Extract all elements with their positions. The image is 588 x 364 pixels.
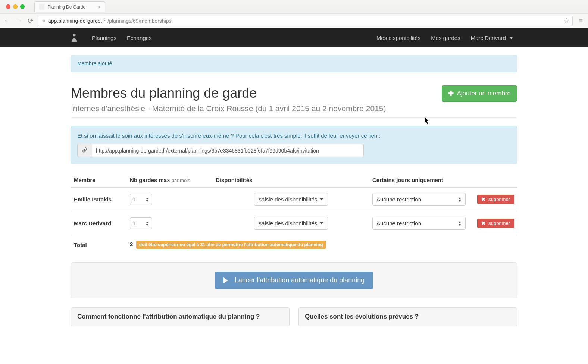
favicon-icon [39,4,44,10]
invite-link-group [77,144,364,157]
hamburger-icon[interactable]: ≡ [576,17,585,25]
th-disponibilites: Disponibilités [213,173,369,187]
close-icon: ✖ [481,197,485,202]
flash-text: Membre ajouté [77,60,112,66]
restriction-value: Aucune restriction [376,220,421,226]
chevron-down-icon [320,198,323,200]
tab-close-icon[interactable]: × [97,4,100,10]
total-value: 2 [130,241,133,247]
add-member-button[interactable]: ✚ Ajouter un membre [442,85,517,102]
nav-disponibilites[interactable]: Mes disponibilités [371,35,426,41]
reload-button[interactable]: ⟳ [27,17,34,25]
disponibilites-dropdown[interactable]: saisie des disponibilités [254,193,328,206]
table-row: Marc Derivard1▲▼saisie des disponibilité… [71,211,517,235]
delete-label: supprimer [488,220,510,226]
member-name: Emilie Patakis [71,187,127,211]
panel-how-heading: Comment fonctionne l'attribution automat… [71,308,289,326]
th-member: Membre [71,173,127,187]
disponibilites-label: saisie des disponibilités [259,220,318,226]
disponibilites-label: saisie des disponibilités [259,196,318,203]
forward-button[interactable]: → [15,17,23,25]
panel-how-it-works: Comment fonctionne l'attribution automat… [71,307,290,326]
tab-title: Planning De Garde [47,4,85,10]
nav-user-name: Marc Derivard [471,35,506,41]
page-icon: 🗎 [41,18,46,23]
max-gardes-stepper[interactable]: 1▲▼ [130,217,152,229]
tab-bar: Planning De Garde × [0,0,588,13]
max-gardes-value: 1 [133,196,136,203]
chevron-down-icon [320,222,323,224]
delete-label: supprimer [488,197,510,202]
nav-gardes[interactable]: Mes gardes [426,35,465,41]
total-warning-badge: doit être supérieur ou égal à 31 afin de… [136,241,326,249]
panel-roadmap: Quelles sont les évolutions prévues ? [298,307,517,326]
back-button[interactable]: ← [3,17,11,25]
delete-member-button[interactable]: ✖ supprimer [477,195,514,204]
url-field[interactable]: 🗎 app.planning-de-garde.fr/plannings/69/… [38,16,573,26]
link-icon [77,144,92,157]
brand-icon[interactable] [70,33,78,43]
nav-user-menu[interactable]: Marc Derivard [466,35,518,41]
plus-icon: ✚ [448,90,454,98]
total-label: Total [71,235,127,260]
nav-echanges[interactable]: Echanges [122,35,157,41]
browser-tab[interactable]: Planning De Garde × [34,1,105,12]
svg-point-0 [73,34,75,36]
play-icon [223,277,228,283]
invite-text: Et si on laissait le soin aux intéressés… [77,132,511,139]
members-table: Membre Nb gardes max par mois Disponibil… [71,173,517,259]
page-title: Membres du planning de garde [71,85,442,101]
launch-auto-assign-button[interactable]: Lancer l'attribution automatique du plan… [215,272,373,289]
invite-panel: Et si on laissait le soin aux intéressés… [71,126,517,164]
disponibilites-dropdown[interactable]: saisie des disponibilités [254,217,328,230]
flash-message: Membre ajouté [71,55,517,72]
restriction-select[interactable]: Aucune restriction▲▼ [372,193,466,206]
browser-chrome: Planning De Garde × ← → ⟳ 🗎 app.planning… [0,0,588,28]
member-name: Marc Derivard [71,211,127,235]
page-header: Membres du planning de garde Internes d'… [71,85,517,118]
th-restrictions: Certains jours uniquement [369,173,474,187]
close-icon: ✖ [481,220,485,226]
nav-plannings[interactable]: Plannings [87,35,122,41]
stepper-arrows-icon: ▲▼ [146,197,149,203]
panel-roadmap-heading: Quelles sont les évolutions prévues ? [299,308,517,326]
delete-member-button[interactable]: ✖ supprimer [477,219,514,228]
url-path: /plannings/69/memberships [107,18,171,24]
th-max-gardes: Nb gardes max par mois [127,173,213,187]
bookmark-icon[interactable]: ☆ [564,17,569,25]
app-navbar: Plannings Echanges Mes disponibilités Me… [0,28,588,47]
page-subtitle: Internes d'anesthésie - Maternité de la … [71,104,442,113]
restriction-select[interactable]: Aucune restriction▲▼ [372,217,466,230]
invite-link-input[interactable] [92,144,364,157]
url-host: app.planning-de-garde.fr [48,18,105,24]
info-panels: Comment fonctionne l'attribution automat… [71,307,517,326]
select-arrows-icon: ▲▼ [458,197,462,203]
select-arrows-icon: ▲▼ [458,220,462,226]
window-controls [3,4,28,9]
window-zoom-button[interactable] [20,4,25,9]
restriction-value: Aucune restriction [376,196,421,203]
launch-button-label: Lancer l'attribution automatique du plan… [235,276,365,284]
address-bar: ← → ⟳ 🗎 app.planning-de-garde.fr/plannin… [0,13,588,28]
window-minimize-button[interactable] [13,4,18,9]
add-member-label: Ajouter un membre [457,90,511,97]
max-gardes-value: 1 [133,220,136,226]
window-close-button[interactable] [6,4,10,9]
stepper-arrows-icon: ▲▼ [146,220,149,226]
max-gardes-stepper[interactable]: 1▲▼ [130,194,152,205]
launch-panel: Lancer l'attribution automatique du plan… [71,262,517,298]
table-row: Emilie Patakis1▲▼saisie des disponibilit… [71,187,517,211]
chevron-down-icon [510,37,513,39]
